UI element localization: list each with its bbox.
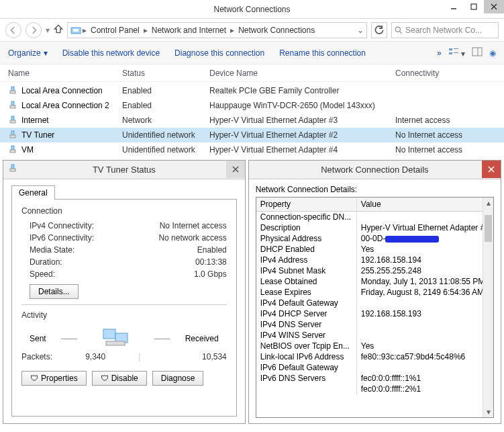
detail-property: Connection-specific DN... (256, 212, 357, 222)
column-header-connectivity[interactable]: Connectivity (395, 69, 496, 78)
organize-menu[interactable]: Organize ▾ (8, 48, 48, 58)
chevron-right-icon[interactable]: ▸ (83, 26, 87, 35)
svg-rect-21 (10, 135, 15, 138)
chevron-right-icon[interactable]: ▸ (144, 26, 148, 35)
column-header-name[interactable]: Name (8, 69, 122, 78)
detail-property: Physical Address (256, 233, 357, 244)
detail-row: fec0:0:0:ffff::2%1 (256, 384, 493, 394)
properties-button[interactable]: 🛡Properties (21, 371, 87, 386)
breadcrumb-item[interactable]: Network Connections (236, 26, 317, 35)
svg-point-6 (395, 27, 400, 32)
svg-rect-11 (454, 52, 458, 53)
detail-value: Yes (357, 341, 493, 351)
connection-status: Unidentified network (122, 145, 209, 155)
detail-value: 192.168.158.193 (357, 308, 493, 319)
window-title: Network Connections (213, 5, 290, 14)
svg-rect-24 (11, 165, 14, 169)
detail-property: Lease Expires (256, 287, 357, 298)
svg-rect-9 (454, 48, 458, 49)
scroll-up-icon[interactable]: ▴ (483, 198, 493, 208)
forward-button[interactable] (26, 22, 42, 38)
connection-row[interactable]: TV TunerUnidentified networkHyper-V Virt… (0, 128, 504, 142)
minimize-button[interactable] (444, 0, 464, 13)
connection-device: Realtek PCIe GBE Family Controller (209, 86, 395, 95)
connection-device: Hauppauge WinTV-DCR-2650 (Model 143xxx) (209, 101, 395, 110)
connection-row[interactable]: Local Area ConnectionEnabledRealtek PCIe… (0, 83, 504, 98)
preview-pane-icon[interactable] (472, 47, 483, 58)
chevron-down-icon[interactable]: ⌄ (357, 26, 364, 35)
connection-name: Local Area Connection (21, 86, 103, 95)
diagnose-button[interactable]: Diagnose (152, 371, 204, 386)
connection-status: Enabled (122, 101, 209, 110)
column-header-device[interactable]: Device Name (209, 69, 395, 78)
breadcrumb-item[interactable]: Control Panel (88, 26, 142, 35)
recent-dropdown-icon[interactable]: ▾ (46, 26, 50, 35)
breadcrumb-item[interactable]: Network and Internet (149, 26, 229, 35)
network-adapter-icon (8, 130, 17, 140)
detail-value (357, 212, 493, 222)
svg-rect-8 (449, 48, 452, 50)
disable-button[interactable]: 🛡Disable (92, 371, 147, 386)
svg-rect-30 (106, 341, 125, 345)
detail-row: Physical Address00-0D- (256, 233, 493, 244)
connection-name: TV Tuner (21, 130, 54, 140)
connection-row[interactable]: VMUnidentified networkHyper-V Virtual Et… (0, 142, 504, 157)
maximize-button[interactable] (464, 0, 484, 13)
svg-rect-18 (11, 116, 14, 120)
connection-name: Local Area Connection 2 (21, 101, 109, 110)
details-close-button[interactable] (482, 161, 501, 178)
refresh-button[interactable] (371, 22, 387, 38)
column-headers: Name Status Device Name Connectivity (0, 64, 504, 82)
detail-value: fec0:0:0:ffff::1%1 (357, 373, 493, 384)
detail-value (357, 298, 493, 308)
scrollbar[interactable]: ▴ ▾ (483, 198, 493, 417)
ipv4-connectivity-value: No Internet access (160, 221, 227, 230)
back-button[interactable] (5, 22, 21, 38)
detail-row: Link-local IPv6 Addressfe80::93c:ca57:9b… (256, 351, 493, 362)
ipv6-connectivity-value: No network access (158, 233, 226, 243)
disable-device-button[interactable]: Disable this network device (62, 48, 160, 58)
column-header-status[interactable]: Status (122, 69, 209, 78)
column-header-property[interactable]: Property (256, 198, 357, 211)
detail-row: Lease ExpiresFriday, August 8, 2149 6:54… (256, 287, 493, 298)
received-label: Received (185, 334, 219, 343)
detail-property: Lease Obtained (256, 276, 357, 287)
command-bar: Organize ▾ Disable this network device D… (0, 42, 504, 64)
packets-sent-value: 9,340 (52, 352, 138, 361)
up-button[interactable] (54, 24, 63, 36)
chevron-down-icon: ▾ (44, 48, 48, 58)
connection-connectivity: Internet access (395, 116, 496, 125)
details-dialog-title: Network Connection Details (321, 165, 428, 175)
scroll-thumb[interactable] (485, 215, 492, 242)
tab-general[interactable]: General (11, 185, 55, 200)
group-activity: Activity (21, 310, 227, 320)
connection-row[interactable]: Local Area Connection 2EnabledHauppauge … (0, 98, 504, 113)
details-button[interactable]: Details... (30, 284, 79, 299)
folder-icon (70, 25, 81, 36)
connection-list: Local Area ConnectionEnabledRealtek PCIe… (0, 82, 504, 159)
group-connection: Connection (21, 206, 227, 216)
scroll-down-icon[interactable]: ▾ (483, 406, 493, 417)
details-dialog: Network Connection Details Network Conne… (248, 160, 501, 424)
search-input[interactable]: Search Network Co... (391, 22, 499, 38)
breadcrumb[interactable]: ▸ Control Panel ▸ Network and Internet ▸… (67, 22, 367, 38)
column-header-value[interactable]: Value (357, 198, 493, 211)
detail-property: NetBIOS over Tcpip En... (256, 341, 357, 351)
svg-rect-16 (11, 101, 14, 105)
svg-rect-1 (471, 4, 476, 9)
diagnose-button[interactable]: Diagnose this connection (174, 48, 264, 58)
rename-button[interactable]: Rename this connection (279, 48, 366, 58)
status-close-button[interactable] (226, 161, 245, 178)
close-button[interactable] (484, 0, 504, 13)
svg-rect-19 (10, 120, 15, 123)
status-dialog-title: TV Tuner Status (93, 165, 156, 175)
detail-value: Friday, August 8, 2149 6:54:36 AM (357, 287, 493, 298)
view-options-icon[interactable]: ▾ (448, 47, 465, 58)
svg-rect-28 (103, 329, 115, 339)
connection-row[interactable]: InternetNetworkHyper-V Virtual Ethernet … (0, 113, 504, 128)
status-dialog: TV Tuner Status General Connection IPv4 … (3, 160, 246, 424)
chevron-right-icon[interactable]: ▸ (230, 26, 234, 35)
overflow-button[interactable]: » (437, 48, 442, 58)
help-icon[interactable]: ◉ (489, 48, 496, 58)
address-bar: ▾ ▸ Control Panel ▸ Network and Internet… (0, 19, 504, 42)
